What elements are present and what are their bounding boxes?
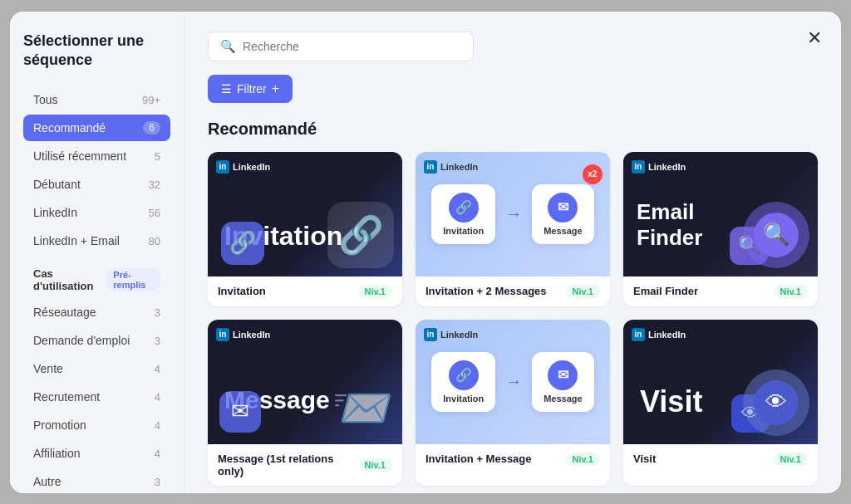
flow-node-message: x2 ✉ Message <box>532 184 593 244</box>
sidebar-item-count: 3 <box>155 335 160 347</box>
card-title: Invitation + Message <box>426 453 532 465</box>
filter-button[interactable]: ☰ Filtrer + <box>208 75 293 103</box>
sidebar-item-debutant[interactable]: Débutant 32 <box>23 171 170 198</box>
card-footer: Visit Niv.1 <box>623 444 818 474</box>
sidebar: Sélectionner une séquence Tous 99+ Recom… <box>10 12 184 493</box>
sidebar-item-recrutement[interactable]: Recrutement 4 <box>23 384 170 410</box>
linkedin-icon: in <box>632 160 645 174</box>
card-visit[interactable]: in LinkedIn Visit 👁 👁 Visit Niv.1 <box>623 320 818 486</box>
filter-icon: ☰ <box>221 82 232 95</box>
sidebar-item-count: 56 <box>149 207 160 219</box>
linkedin-icon: in <box>216 160 229 174</box>
sidebar-item-demande[interactable]: Demande d'emploi 3 <box>23 327 170 354</box>
sidebar-item-linkedin-email[interactable]: LinkedIn + Email 80 <box>23 228 170 254</box>
sidebar-item-recommande[interactable]: Recommandé 6 <box>23 115 170 141</box>
card-message[interactable]: in LinkedIn Message ✉ 📨 Message (1st rel… <box>208 320 402 486</box>
sidebar-title: Sélectionner une séquence <box>23 32 170 71</box>
sidebar-item-count: 6 <box>143 121 160 135</box>
sidebar-item-recemment[interactable]: Utilisé récemment 5 <box>23 143 170 169</box>
linkedin-label: in LinkedIn <box>424 160 478 174</box>
linkedin-label: in LinkedIn <box>424 328 478 341</box>
sidebar-item-count: 5 <box>155 150 160 163</box>
niv-badge: Niv.1 <box>774 453 808 466</box>
linkedin-icon: in <box>216 328 229 341</box>
sidebar-nav: Tous 99+ Recommandé 6 Utilisé récemment … <box>23 86 170 254</box>
sidebar-item-tous[interactable]: Tous 99+ <box>23 86 170 113</box>
flow-node-invitation: 🔗 Invitation <box>431 352 495 412</box>
sidebar-item-label: Tous <box>33 93 58 106</box>
flow-node-invitation: 🔗 Invitation <box>431 184 495 244</box>
card-footer: Message (1st relations only) Niv.1 <box>208 444 402 486</box>
search-bar[interactable]: 🔍 <box>208 32 474 61</box>
search-icon: 🔍 <box>220 39 236 54</box>
sidebar-item-count: 3 <box>155 306 160 319</box>
sidebar-item-reseautage[interactable]: Réseautage 3 <box>23 299 170 325</box>
sidebar-item-promotion[interactable]: Promotion 4 <box>23 412 170 438</box>
niv-badge: Niv.1 <box>566 285 600 298</box>
flow-nodes: 🔗 Invitation → x2 ✉ Message <box>431 184 593 244</box>
card-footer: Invitation Niv.1 <box>208 276 402 306</box>
card-footer: Invitation + Message Niv.1 <box>416 444 610 474</box>
sidebar-item-linkedin[interactable]: LinkedIn 56 <box>23 199 170 226</box>
flow-arrow-icon: → <box>505 204 522 223</box>
sidebar-item-label: Autre <box>33 475 61 488</box>
sidebar-item-label: Vente <box>33 362 63 375</box>
sidebar-item-affiliation[interactable]: Affiliation 4 <box>23 440 170 467</box>
eye-inner-icon: 👁 <box>754 380 799 425</box>
card-title: Message (1st relations only) <box>218 453 358 477</box>
sidebar-item-count: 99+ <box>142 94 160 106</box>
sidebar-item-label: Recrutement <box>33 390 100 404</box>
card-title: Email Finder <box>633 285 698 297</box>
sidebar-item-count: 32 <box>149 179 160 191</box>
card-emailfinder[interactable]: in LinkedIn EmailFinder 🔍 🔍 Email Finder… <box>623 152 818 306</box>
flow-arrow-icon: → <box>505 372 522 391</box>
plane-icon-large: 📨 <box>332 379 394 438</box>
sidebar-item-label: LinkedIn <box>33 206 77 219</box>
sidebar-item-count: 3 <box>155 476 160 488</box>
card-footer: Email Finder Niv.1 <box>623 276 818 306</box>
niv-badge: Niv.1 <box>358 458 392 472</box>
search-input[interactable] <box>243 40 461 53</box>
sidebar-item-count: 4 <box>155 448 160 460</box>
card-heading: EmailFinder <box>637 199 702 251</box>
eye-circle: 👁 <box>743 369 809 436</box>
close-icon: ✕ <box>807 29 822 47</box>
sidebar-item-vente[interactable]: Vente 4 <box>23 355 170 382</box>
card-invitationmsg[interactable]: in LinkedIn 🔗 Invitation → ✉ Message <box>416 320 610 486</box>
card-heading: Visit <box>640 384 702 419</box>
card-invitation2msg[interactable]: in LinkedIn 🔗 Invitation → x2 ✉ Message <box>416 152 610 306</box>
sidebar-item-label: LinkedIn + Email <box>33 234 120 247</box>
search-circle: 🔍 <box>743 202 809 268</box>
card-image: in LinkedIn EmailFinder 🔍 🔍 <box>623 152 818 276</box>
card-image: in LinkedIn Invitation 🔗 🔗 <box>208 152 402 276</box>
card-title: Invitation <box>218 285 266 297</box>
close-button[interactable]: ✕ <box>801 25 828 51</box>
sidebar-item-label: Demande d'emploi <box>33 334 130 347</box>
main-content: 🔍 ☰ Filtrer + Recommandé in LinkedIn Inv… <box>184 12 841 493</box>
card-footer: Invitation + 2 Messages Niv.1 <box>416 276 610 306</box>
sidebar-item-label: Promotion <box>33 418 86 432</box>
card-title: Visit <box>633 453 656 465</box>
plus-icon: + <box>272 81 279 96</box>
pre-remplis-badge: Pré-remplis <box>106 268 160 291</box>
use-case-section-label: Cas d'utilisation Pré-remplis <box>33 267 160 292</box>
niv-badge: Niv.1 <box>566 453 600 466</box>
link-icon-small: 🔗 <box>221 222 264 265</box>
sidebar-item-count: 4 <box>155 363 160 375</box>
card-title: Invitation + 2 Messages <box>426 285 547 297</box>
cards-grid: in LinkedIn Invitation 🔗 🔗 Invitation Ni… <box>208 152 818 486</box>
sidebar-item-label: Recommandé <box>33 121 106 135</box>
sidebar-item-count: 4 <box>155 391 160 404</box>
flow-nodes: 🔗 Invitation → ✉ Message <box>431 352 593 412</box>
section-title: Recommandé <box>208 120 818 139</box>
linkedin-label: in LinkedIn <box>632 160 686 174</box>
card-invitation[interactable]: in LinkedIn Invitation 🔗 🔗 Invitation Ni… <box>208 152 402 306</box>
plane-icon-small: ✉ <box>219 391 261 433</box>
linkedin-label: in LinkedIn <box>216 160 270 174</box>
sidebar-item-label: Débutant <box>33 178 81 191</box>
sidebar-item-autre[interactable]: Autre 3 <box>23 468 170 492</box>
linkedin-icon: in <box>424 328 437 341</box>
linkedin-label: in LinkedIn <box>632 328 686 341</box>
sidebar-item-label: Affiliation <box>33 447 81 460</box>
x2-badge: x2 <box>583 164 603 184</box>
